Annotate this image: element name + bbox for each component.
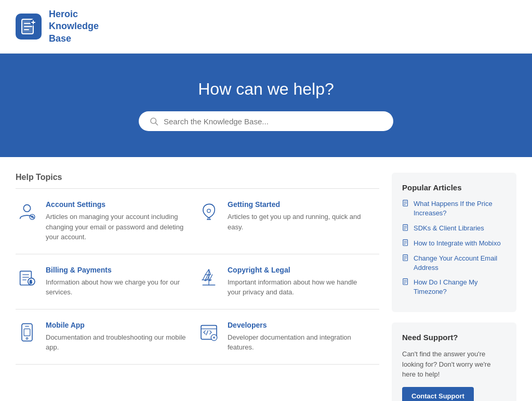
header: HeroicKnowledgeBase (0, 0, 532, 54)
getting-started-icon (197, 200, 220, 223)
topic-mobile[interactable]: Mobile App Documentation and troubleshoo… (16, 309, 197, 364)
sidebar: Popular Articles What Happens If the Pri… (392, 173, 516, 401)
developers-title: Developers (228, 321, 371, 329)
article-icon-5 (402, 278, 409, 288)
content-area: Help Topics Account Settings Articles on… (16, 173, 379, 401)
developers-desc: Developer documentation and integration … (228, 332, 371, 353)
getting-started-desc: Articles to get you up and running, quic… (228, 212, 371, 232)
svg-text:$: $ (30, 279, 32, 284)
billing-icon: $ (16, 266, 38, 289)
contact-support-button[interactable]: Contact Support (402, 387, 474, 401)
bottom-divider (16, 364, 379, 365)
logo-icon[interactable] (16, 14, 42, 40)
topic-billing[interactable]: $ Billing & Payments Information about h… (16, 254, 197, 309)
mobile-title: Mobile App (46, 321, 189, 329)
account-settings-icon (16, 200, 38, 223)
svg-point-5 (23, 205, 30, 212)
support-desc: Can't find the answer you're looking for… (402, 349, 506, 380)
article-title-5: How Do I Change My Timezone? (414, 278, 506, 296)
article-icon-1 (402, 200, 409, 209)
legal-title: Copyright & Legal (228, 266, 371, 274)
topic-developers[interactable]: Developers Developer documentation and i… (197, 309, 379, 364)
svg-point-7 (207, 209, 211, 213)
svg-point-13 (26, 338, 28, 339)
developers-icon (197, 321, 220, 344)
account-settings-title: Account Settings (46, 200, 189, 209)
article-icon-3 (402, 239, 409, 249)
article-title-1: What Happens If the Price Increases? (414, 199, 506, 218)
search-icon (149, 117, 158, 126)
topics-grid: Account Settings Articles on managing yo… (16, 189, 379, 364)
article-title-3: How to Integrate with Mobixo (414, 239, 501, 248)
support-title: Need Support? (402, 333, 506, 342)
getting-started-title: Getting Started (228, 200, 371, 209)
section-title: Help Topics (16, 173, 379, 182)
article-item-3[interactable]: How to Integrate with Mobixo (402, 239, 506, 249)
article-title-2: SDKs & Client Libraries (414, 224, 484, 233)
hero-section: How can we help? (0, 54, 532, 157)
billing-desc: Information about how we charge you for … (46, 277, 189, 297)
topic-getting-started[interactable]: Getting Started Articles to get you up a… (197, 189, 379, 254)
account-settings-content: Account Settings Articles on managing yo… (46, 200, 189, 242)
article-icon-2 (402, 224, 409, 234)
developers-content: Developers Developer documentation and i… (228, 321, 371, 353)
search-bar[interactable] (139, 111, 393, 131)
topic-account-settings[interactable]: Account Settings Articles on managing yo… (16, 189, 197, 254)
topic-legal[interactable]: Copyright & Legal Important information … (197, 254, 379, 309)
article-item-4[interactable]: Change Your Account Email Address (402, 254, 506, 273)
popular-articles-title: Popular Articles (402, 183, 506, 192)
account-settings-desc: Articles on managing your account includ… (46, 212, 189, 242)
mobile-icon (16, 321, 38, 344)
svg-line-4 (155, 123, 157, 125)
logo-text: HeroicKnowledgeBase (49, 8, 99, 45)
mobile-desc: Documentation and troubleshooting our mo… (46, 332, 189, 353)
legal-icon (197, 266, 220, 289)
support-box: Need Support? Can't find the answer you'… (392, 322, 516, 401)
article-title-4: Change Your Account Email Address (414, 254, 506, 273)
legal-desc: Important information about how we handl… (228, 277, 371, 297)
legal-content: Copyright & Legal Important information … (228, 266, 371, 297)
mobile-content: Mobile App Documentation and troubleshoo… (46, 321, 189, 353)
article-item-5[interactable]: How Do I Change My Timezone? (402, 278, 506, 296)
article-item-2[interactable]: SDKs & Client Libraries (402, 224, 506, 234)
popular-articles-box: Popular Articles What Happens If the Pri… (392, 173, 516, 312)
article-icon-4 (402, 254, 409, 264)
svg-rect-14 (24, 329, 30, 335)
hero-heading: How can we help? (10, 80, 522, 99)
getting-started-content: Getting Started Articles to get you up a… (228, 200, 371, 232)
search-input[interactable] (164, 117, 383, 126)
article-item-1[interactable]: What Happens If the Price Increases? (402, 199, 506, 218)
main-layout: Help Topics Account Settings Articles on… (0, 157, 532, 401)
billing-content: Billing & Payments Information about how… (46, 266, 189, 297)
billing-title: Billing & Payments (46, 266, 189, 274)
